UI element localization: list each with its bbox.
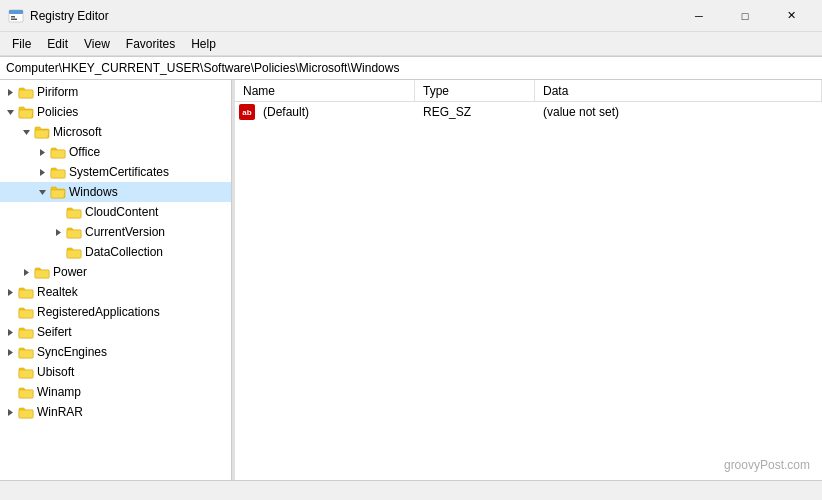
maximize-button[interactable]: □ (722, 0, 768, 32)
tree-item-winrar[interactable]: WinRAR (0, 402, 231, 422)
detail-row[interactable]: ab(Default)REG_SZ(value not set) (235, 102, 822, 122)
folder-icon-syncengines (18, 344, 34, 360)
expander-windows[interactable] (34, 184, 50, 200)
detail-cell-name: ab(Default) (235, 104, 415, 120)
menu-item-help[interactable]: Help (183, 35, 224, 53)
svg-rect-1 (9, 10, 23, 14)
svg-rect-27 (19, 390, 33, 398)
folder-icon-currentversion (66, 224, 82, 240)
svg-marker-8 (40, 149, 45, 156)
tree-item-currentversion[interactable]: CurrentVersion (0, 222, 231, 242)
folder-icon-cloudcontent (66, 204, 82, 220)
expander-registeredapplications[interactable] (2, 304, 18, 320)
folder-icon-datacollection (66, 244, 82, 260)
tree-item-cloudcontent[interactable]: CloudContent (0, 202, 231, 222)
tree-label-piriform: Piriform (37, 85, 78, 99)
minimize-button[interactable]: ─ (676, 0, 722, 32)
title-bar: Registry Editor ─ □ ✕ (0, 0, 822, 32)
col-type-header[interactable]: Type (415, 80, 535, 102)
col-data-header[interactable]: Data (535, 80, 822, 102)
tree-item-microsoft[interactable]: Microsoft (0, 122, 231, 142)
tree-label-seifert: Seifert (37, 325, 72, 339)
expander-piriform[interactable] (2, 84, 18, 100)
expander-winamp[interactable] (2, 384, 18, 400)
tree-item-realtek[interactable]: Realtek (0, 282, 231, 302)
folder-icon-realtek (18, 284, 34, 300)
menu-item-edit[interactable]: Edit (39, 35, 76, 53)
expander-microsoft[interactable] (18, 124, 34, 140)
col-name-header[interactable]: Name (235, 80, 415, 102)
expander-office[interactable] (34, 144, 50, 160)
folder-icon-winrar (18, 404, 34, 420)
detail-cell-data: (value not set) (535, 105, 822, 119)
tree-label-power: Power (53, 265, 87, 279)
window-controls: ─ □ ✕ (676, 0, 814, 32)
expander-syncengines[interactable] (2, 344, 18, 360)
menu-item-view[interactable]: View (76, 35, 118, 53)
folder-icon-policies (18, 104, 34, 120)
detail-name-text: (Default) (263, 105, 309, 119)
expander-datacollection[interactable] (50, 244, 66, 260)
tree-item-datacollection[interactable]: DataCollection (0, 242, 231, 262)
tree-item-ubisoft[interactable]: Ubisoft (0, 362, 231, 382)
tree-label-currentversion: CurrentVersion (85, 225, 165, 239)
tree-item-power[interactable]: Power (0, 262, 231, 282)
svg-marker-10 (40, 169, 45, 176)
svg-rect-13 (67, 210, 81, 218)
svg-rect-11 (51, 170, 65, 178)
folder-icon-microsoft (34, 124, 50, 140)
expander-realtek[interactable] (2, 284, 18, 300)
svg-rect-25 (19, 350, 33, 358)
tree-item-piriform[interactable]: Piriform (0, 82, 231, 102)
detail-header: Name Type Data (235, 80, 822, 102)
expander-cloudcontent[interactable] (50, 204, 66, 220)
expander-systemcertificates[interactable] (34, 164, 50, 180)
folder-icon-registeredapplications (18, 304, 34, 320)
svg-marker-14 (56, 229, 61, 236)
tree-item-systemcertificates[interactable]: SystemCertificates (0, 162, 231, 182)
svg-marker-4 (8, 89, 13, 96)
folder-icon-ubisoft (18, 364, 34, 380)
tree-label-datacollection: DataCollection (85, 245, 163, 259)
tree-item-windows[interactable]: Windows (0, 182, 231, 202)
svg-marker-17 (24, 269, 29, 276)
folder-icon-power (34, 264, 50, 280)
app-icon (8, 8, 24, 24)
tree-label-winamp: Winamp (37, 385, 81, 399)
menu-item-favorites[interactable]: Favorites (118, 35, 183, 53)
expander-power[interactable] (18, 264, 34, 280)
svg-rect-15 (67, 230, 81, 238)
tree-item-seifert[interactable]: Seifert (0, 322, 231, 342)
svg-rect-18 (35, 270, 49, 278)
svg-rect-26 (19, 370, 33, 378)
svg-rect-9 (51, 150, 65, 158)
tree-label-syncengines: SyncEngines (37, 345, 107, 359)
tree-label-policies: Policies (37, 105, 78, 119)
svg-marker-28 (8, 409, 13, 416)
tree-label-cloudcontent: CloudContent (85, 205, 158, 219)
expander-winrar[interactable] (2, 404, 18, 420)
expander-policies[interactable] (2, 104, 18, 120)
tree-item-office[interactable]: Office (0, 142, 231, 162)
detail-cell-type: REG_SZ (415, 105, 535, 119)
app-title: Registry Editor (30, 9, 676, 23)
expander-currentversion[interactable] (50, 224, 66, 240)
tree-item-registeredapplications[interactable]: RegisteredApplications (0, 302, 231, 322)
main-content: Piriform Policies Microsoft Office Syste… (0, 80, 822, 480)
reg-value-icon: ab (239, 104, 255, 120)
tree-item-syncengines[interactable]: SyncEngines (0, 342, 231, 362)
expander-seifert[interactable] (2, 324, 18, 340)
menu-item-file[interactable]: File (4, 35, 39, 53)
tree-label-ubisoft: Ubisoft (37, 365, 74, 379)
tree-item-policies[interactable]: Policies (0, 102, 231, 122)
tree-label-winrar: WinRAR (37, 405, 83, 419)
tree-label-realtek: Realtek (37, 285, 78, 299)
close-button[interactable]: ✕ (768, 0, 814, 32)
svg-marker-7 (23, 130, 30, 135)
svg-marker-19 (8, 289, 13, 296)
menu-bar: FileEditViewFavoritesHelp (0, 32, 822, 56)
expander-ubisoft[interactable] (2, 364, 18, 380)
folder-icon-systemcertificates (50, 164, 66, 180)
tree-item-winamp[interactable]: Winamp (0, 382, 231, 402)
folder-icon-windows (50, 184, 66, 200)
